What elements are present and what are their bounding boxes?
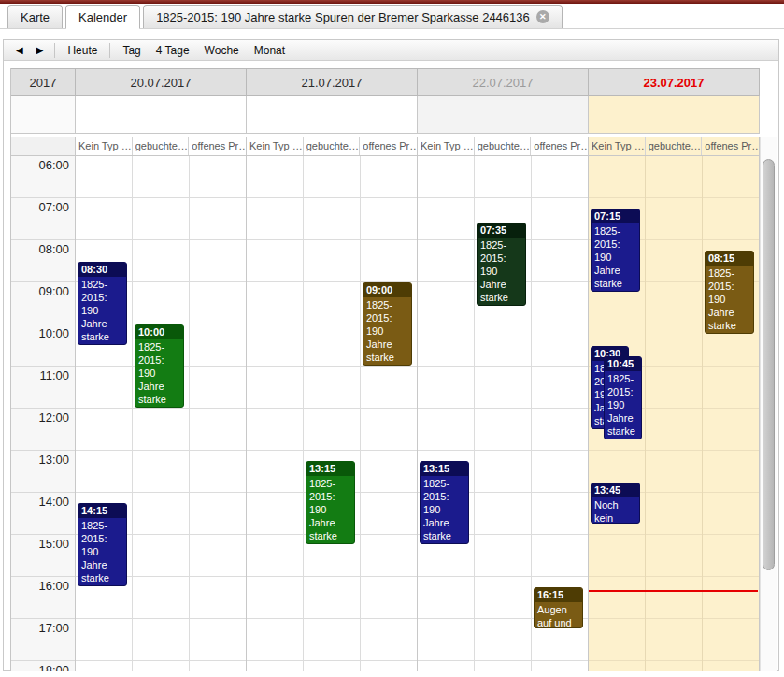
calendar-header-row: 201720.07.201721.07.201722.07.201723.07.… <box>11 68 777 96</box>
view-monat-button[interactable]: Monat <box>247 42 292 59</box>
time-label: 13:00 <box>11 451 75 467</box>
tab-label: Kalender <box>78 10 127 24</box>
allday-row <box>11 96 777 134</box>
event[interactable]: 13:151825-2015: 190 Jahre starke Spuren … <box>420 461 469 544</box>
tab-document[interactable]: 1825-2015: 190 Jahre starke Spuren der B… <box>143 5 563 28</box>
event[interactable]: 13:45Noch kein <box>591 483 640 524</box>
day-column[interactable]: 07:151825-2015: 190 Jahre starke Spuren … <box>589 156 760 671</box>
allday-cell[interactable] <box>418 96 589 134</box>
day-header: 21.07.2017 <box>247 68 418 96</box>
time-label: 10:00 <box>11 324 75 340</box>
subcolumn-header: Kein Typ … <box>76 137 133 155</box>
subheader-day-group: Kein Typ …gebuchte…offenes Pr… <box>76 137 247 156</box>
view-woche-button[interactable]: Woche <box>197 42 247 59</box>
allday-cell[interactable] <box>76 96 247 134</box>
event[interactable]: 13:151825-2015: 190 Jahre starke Spuren … <box>306 461 355 544</box>
event[interactable]: 14:151825-2015: 190 Jahre starke Spuren … <box>78 503 127 586</box>
event-title: 1825-2015: 190 Jahre starke Spuren der B… <box>78 277 126 345</box>
app-window: Karte Kalender 1825-2015: 190 Jahre star… <box>0 0 784 677</box>
event[interactable]: 09:001825-2015: 190 Jahre starke Spuren … <box>363 282 412 366</box>
subheader-day-group: Kein Typ …gebuchte…offenes Pr… <box>589 137 760 156</box>
event-title: 1825-2015: 190 Jahre starke Spuren der B… <box>592 223 639 292</box>
scrollbar[interactable] <box>760 137 777 671</box>
day-column[interactable]: 07:351825-2015: 190 Jahre starke Spuren … <box>418 156 589 671</box>
time-label: 11:00 <box>11 367 75 382</box>
subcolumn-header: Kein Typ … <box>589 137 646 155</box>
subcolumn-header: gebuchte… <box>475 137 532 155</box>
time-label: 09:00 <box>11 282 75 298</box>
event-time: 14:15 <box>78 504 126 518</box>
tab-label: 1825-2015: 190 Jahre starke Spuren der B… <box>156 10 530 24</box>
event-title: Noch kein <box>592 497 639 524</box>
time-label: 14:00 <box>11 493 75 509</box>
event-time: 13:15 <box>421 462 468 476</box>
day-column[interactable]: 09:001825-2015: 190 Jahre starke Spuren … <box>247 156 418 671</box>
day-header: 20.07.2017 <box>76 68 247 96</box>
subcolumn-header: gebuchte… <box>304 137 361 155</box>
tab-kalender[interactable]: Kalender <box>65 5 140 29</box>
event-title: 1825-2015: 190 Jahre starke Spuren der B… <box>306 476 354 544</box>
time-label: 06:00 <box>11 156 75 172</box>
subheader-day-group: Kein Typ …gebuchte…offenes Pr… <box>418 137 589 156</box>
event[interactable]: 07:351825-2015: 190 Jahre starke Spuren … <box>477 223 526 306</box>
tab-karte[interactable]: Karte <box>7 5 63 28</box>
event-time: 13:15 <box>306 462 354 476</box>
event-time: 08:15 <box>706 252 753 266</box>
view-4tage-button[interactable]: 4 Tage <box>149 42 197 59</box>
subcolumn-divider <box>247 156 304 671</box>
calendar-body: 06:0007:0008:0009:0010:0011:0012:0013:00… <box>11 156 777 671</box>
subcolumn-header: offenes Pr… <box>702 137 759 155</box>
time-label: 17:00 <box>11 619 75 635</box>
time-gutter: 06:0007:0008:0009:0010:0011:0012:0013:00… <box>11 156 76 671</box>
time-label: 15:00 <box>11 535 75 551</box>
event-time: 08:30 <box>78 263 126 277</box>
toolbar-separator <box>109 43 110 58</box>
time-label: 07:00 <box>11 198 75 214</box>
tab-label: Karte <box>21 10 50 24</box>
day-header: 23.07.2017 <box>589 68 760 96</box>
event[interactable]: 08:301825-2015: 190 Jahre starke Spuren … <box>78 262 127 345</box>
time-label: 18:00 <box>11 661 75 671</box>
event-title: 1825-2015: 190 Jahre starke Spuren der B… <box>78 518 126 586</box>
event-title: 1825-2015: 190 Jahre starke Spuren der B… <box>478 238 525 306</box>
subheader-day-group: Kein Typ …gebuchte…offenes Pr… <box>247 137 418 156</box>
prev-button[interactable]: ◀ <box>9 43 30 57</box>
event-time: 09:00 <box>363 283 411 297</box>
calendar-toolbar: ◀ ▶ Heute Tag 4 Tage Woche Monat <box>4 40 778 61</box>
event[interactable]: 10:001825-2015: 190 Jahre starke Spuren … <box>135 324 184 408</box>
subcolumn-header: offenes Pr… <box>531 137 588 155</box>
today-button[interactable]: Heute <box>60 42 105 59</box>
subcolumn-header: Kein Typ … <box>247 137 304 155</box>
subcolumn-divider <box>418 156 475 671</box>
scrollbar-thumb[interactable] <box>763 159 775 570</box>
event-title: 1825-2015: 190 Jahre starke Spuren der B… <box>421 476 468 544</box>
year-header: 2017 <box>11 68 76 96</box>
event-time: 16:15 <box>535 588 582 602</box>
subheader-gutter-cell <box>11 137 76 156</box>
subcolumn-header: Kein Typ … <box>418 137 475 155</box>
toolbar-separator <box>54 43 55 58</box>
tab-close-icon[interactable]: ✕ <box>536 10 549 23</box>
event[interactable]: 16:15Augen auf und <box>534 587 583 628</box>
event-time: 10:45 <box>605 357 641 371</box>
event[interactable]: 08:151825-2015: 190 Jahre starke Spuren … <box>705 251 754 334</box>
time-label: 16:00 <box>11 577 75 593</box>
subcolumn-header: gebuchte… <box>133 137 190 155</box>
now-line <box>589 590 758 592</box>
subcolumn-header: gebuchte… <box>646 137 703 155</box>
allday-cell[interactable] <box>589 96 760 134</box>
time-label: 12:00 <box>11 409 75 425</box>
allday-gutter-cell <box>11 96 76 134</box>
day-header: 22.07.2017 <box>418 68 589 96</box>
event[interactable]: 07:151825-2015: 190 Jahre starke Spuren … <box>591 209 640 292</box>
day-column[interactable]: 08:301825-2015: 190 Jahre starke Spuren … <box>76 156 247 671</box>
subcolumn-divider <box>133 156 190 671</box>
event-title: 1825-2015: 190 Jahre starke Spuren der B… <box>363 297 411 366</box>
next-button[interactable]: ▶ <box>30 43 50 57</box>
event-title: Augen auf und <box>535 602 582 628</box>
event-title: 1825-2015: 190 Jahre starke Spuren der B… <box>706 266 753 334</box>
allday-cell[interactable] <box>247 96 418 134</box>
event[interactable]: 10:451825-2015: 190 Jahre starke Spuren … <box>604 356 642 439</box>
calendar-table: 201720.07.201721.07.201722.07.201723.07.… <box>10 68 777 671</box>
view-tag-button[interactable]: Tag <box>115 42 148 59</box>
